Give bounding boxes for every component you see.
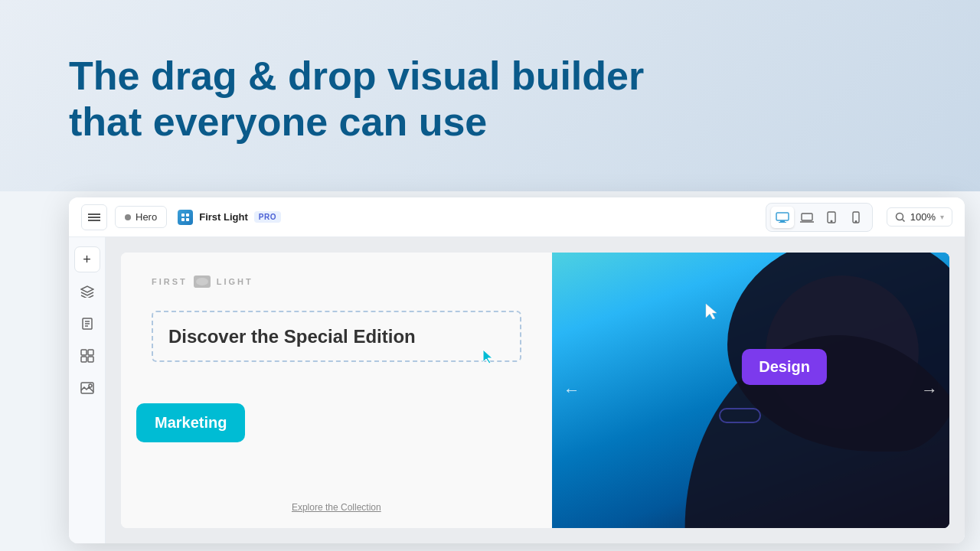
tab-hero[interactable]: Hero [115, 206, 167, 228]
svg-rect-17 [88, 357, 93, 362]
svg-point-9 [831, 220, 832, 222]
svg-rect-0 [181, 214, 185, 217]
cursor-purple-container [703, 302, 723, 325]
svg-rect-1 [186, 214, 189, 217]
glasses-detail [719, 408, 761, 423]
project-name-text: First Light [199, 211, 248, 223]
sidebar-btn-blocks[interactable] [74, 343, 100, 369]
canvas-frame: FIRST LIGHT Discover the Special Edition [121, 253, 949, 528]
brand-logo: FIRST LIGHT [152, 276, 521, 288]
svg-rect-15 [88, 350, 93, 355]
brand-text-first: FIRST [152, 277, 188, 286]
canvas-right-panel: Design ← → [552, 253, 949, 528]
sidebar-btn-media[interactable] [74, 375, 100, 401]
layers-icon [80, 285, 94, 298]
marketing-badge: Marketing [136, 403, 245, 442]
svg-rect-2 [181, 218, 185, 221]
svg-rect-4 [776, 213, 789, 220]
cursor-teal-inline [480, 348, 497, 368]
brand-logo-icon [194, 276, 211, 288]
svg-rect-6 [779, 222, 786, 223]
svg-rect-3 [186, 218, 189, 221]
device-buttons [766, 203, 873, 232]
media-icon [80, 382, 94, 394]
svg-rect-16 [81, 357, 87, 362]
pro-badge: PRO [254, 211, 281, 223]
arrow-right[interactable]: → [921, 380, 938, 400]
zoom-control[interactable]: 100% ▾ [887, 207, 952, 227]
canvas-headline: Discover the Special Edition [168, 324, 505, 348]
svg-point-11 [855, 220, 856, 221]
svg-marker-21 [483, 350, 492, 364]
svg-point-12 [896, 213, 903, 220]
sidebar-btn-add[interactable]: + [74, 246, 100, 272]
left-sidebar: + [69, 237, 106, 543]
hero-heading: The drag & drop visual builder that ever… [69, 54, 644, 145]
device-btn-laptop[interactable] [795, 207, 818, 228]
cursor-white-icon [703, 302, 723, 322]
svg-marker-22 [706, 304, 717, 319]
zoom-icon [895, 212, 906, 223]
zoom-chevron: ▾ [940, 213, 944, 221]
headline-box[interactable]: Discover the Special Edition [152, 311, 521, 362]
svg-rect-5 [780, 220, 785, 222]
add-icon: + [83, 252, 91, 268]
hamburger-icon [88, 212, 100, 223]
blocks-icon [80, 349, 94, 363]
pages-icon [81, 317, 93, 331]
content-area: + [69, 237, 965, 543]
heading-line1: The drag & drop visual builder [69, 54, 644, 98]
project-name-container: First Light PRO [178, 210, 281, 225]
explore-link[interactable]: Explore the Collection [292, 502, 381, 513]
tab-dot [125, 214, 131, 220]
toolbar: Hero First Light PRO [69, 197, 965, 237]
builder-window: Hero First Light PRO [69, 197, 965, 543]
svg-point-19 [89, 384, 92, 387]
sidebar-btn-layers[interactable] [74, 279, 100, 305]
sidebar-btn-pages[interactable] [74, 311, 100, 337]
svg-rect-7 [802, 214, 812, 220]
svg-rect-14 [81, 350, 87, 355]
heading-line2: that everyone can use [69, 99, 487, 144]
device-btn-tablet[interactable] [820, 207, 843, 228]
zoom-value: 100% [910, 211, 936, 223]
project-icon [178, 210, 193, 225]
canvas-left-panel: FIRST LIGHT Discover the Special Edition [121, 253, 552, 528]
svg-point-20 [196, 278, 208, 285]
menu-button[interactable] [81, 204, 107, 230]
design-badge: Design [742, 349, 827, 385]
brand-text-light: LIGHT [217, 277, 253, 286]
tab-label: Hero [136, 211, 157, 223]
device-btn-desktop[interactable] [771, 207, 794, 228]
canvas-area: FIRST LIGHT Discover the Special Edition [106, 237, 965, 543]
arrow-left[interactable]: ← [564, 380, 580, 400]
device-btn-mobile[interactable] [844, 207, 867, 228]
